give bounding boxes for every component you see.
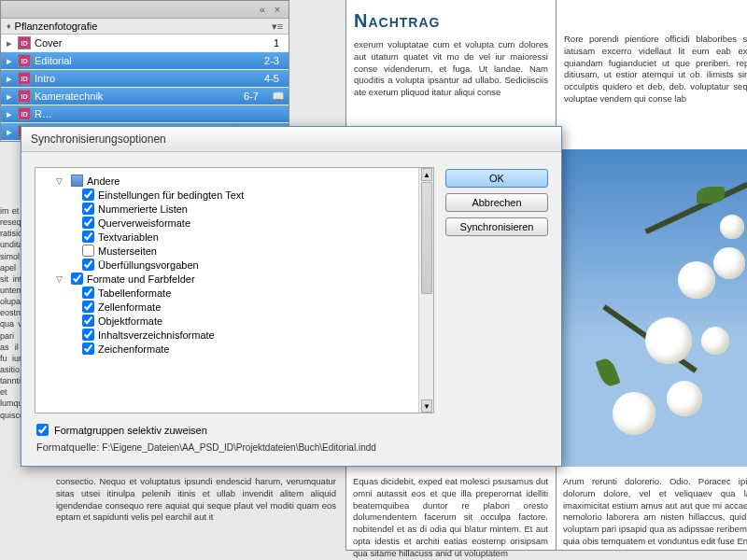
cancel-button[interactable]: Abbrechen (445, 193, 548, 212)
tree-group[interactable]: ▽Andere (39, 174, 430, 188)
sync-options-dialog: Synchronisierungsoptionen ▽AndereEinstel… (21, 126, 562, 467)
item-checkbox[interactable] (82, 315, 94, 327)
scroll-down-icon[interactable]: ▼ (421, 399, 432, 413)
panel-row[interactable]: ▸IDIntro4-5 (1, 70, 289, 88)
page-heading: Nachtrag (346, 0, 556, 39)
panel-header[interactable]: « × (1, 1, 289, 19)
group-checkbox[interactable] (71, 273, 83, 285)
dialog-title: Synchronisierungsoptionen (21, 127, 561, 152)
item-checkbox[interactable] (82, 245, 94, 257)
tree-item-label: Textvariablen (98, 231, 159, 243)
tree-item-label: Nummerierte Listen (98, 203, 188, 215)
panel-list: ▸IDCover1▸IDEditorial2-3▸IDIntro4-5▸IDKa… (1, 35, 289, 141)
selective-assign-label: Formatgruppen selektiv zuweisen (54, 425, 207, 436)
source-path: F:\Eigene_Dateien\AA_PSD_ID\Projektdatei… (102, 442, 376, 453)
chevron-down-icon[interactable]: ▽ (56, 176, 67, 186)
panel-row-label: Cover (35, 37, 244, 49)
panel-title: Pflanzenfotografie (15, 21, 98, 32)
tree-group-label: Andere (87, 175, 120, 187)
tree-item[interactable]: Einstellungen für bedingten Text (39, 188, 430, 202)
body-text-bottom-right: Arum rerunti dolorerio. Odio. Poracec ip… (556, 476, 747, 560)
indesign-doc-icon: ID (18, 54, 31, 67)
item-checkbox[interactable] (82, 217, 94, 229)
disclosure-icon: ▸ (5, 91, 14, 103)
tree-item-label: Querverweisformate (98, 217, 190, 229)
indesign-doc-icon: ID (18, 90, 31, 103)
item-checkbox[interactable] (82, 329, 94, 341)
tree-item-label: Musterseiten (98, 245, 157, 257)
panel-title-row[interactable]: ♦ Pflanzenfotografie ▾≡ (1, 19, 289, 35)
tree-item-label: Tabellenformate (98, 287, 171, 299)
photo-frame (557, 149, 747, 467)
disclosure-icon: ▸ (5, 73, 14, 85)
tree-item-label: Inhaltsverzeichnisformate (98, 329, 215, 341)
tree-group-label: Formate und Farbfelder (87, 273, 195, 285)
panel-row[interactable]: ▸IDCover1 (1, 35, 289, 52)
indesign-doc-icon: ID (18, 107, 31, 120)
item-checkbox[interactable] (82, 301, 94, 313)
disclosure-icon: ▸ (5, 126, 14, 138)
scrollbar[interactable]: ▲ ▼ (418, 168, 433, 413)
tree-item-label: Überfüllungsvorgaben (98, 259, 199, 271)
book-icon: 📖 (272, 91, 285, 103)
item-checkbox[interactable] (82, 259, 94, 271)
tree-item[interactable]: Zellenformate (39, 300, 430, 314)
indesign-doc-icon: ID (18, 72, 31, 85)
tree-item[interactable]: Zeichenformate (39, 342, 430, 356)
panel-row-pages: 4-5 (247, 73, 285, 84)
panel-row-label: R… (35, 108, 244, 119)
disclosure-icon: ▸ (5, 37, 14, 49)
tree-item[interactable]: Musterseiten (39, 244, 430, 258)
body-text-right: Rore porendi pientiore officidi blaborib… (557, 34, 747, 105)
panel-row[interactable]: ▸IDR… (1, 105, 289, 123)
options-tree: ▽AndereEinstellungen für bedingten TextN… (35, 167, 434, 413)
disclosure-icon: ▸ (5, 55, 14, 67)
checkbox-mixed-icon[interactable] (71, 175, 83, 187)
scroll-up-icon[interactable]: ▲ (421, 168, 432, 181)
tree-item[interactable]: Nummerierte Listen (39, 202, 430, 216)
panel-row-label: Kameratechnik (35, 91, 223, 102)
tree-item[interactable]: Überfüllungsvorgaben (39, 258, 430, 272)
selective-assign-checkbox[interactable] (36, 424, 49, 436)
tree-item[interactable]: Tabellenformate (39, 286, 430, 300)
close-icon[interactable]: × (272, 4, 283, 15)
sort-icon: ♦ (7, 21, 11, 31)
item-checkbox[interactable] (82, 287, 94, 299)
panel-row[interactable]: ▸IDEditorial2-3 (1, 52, 289, 70)
body-text-left: exerum voluptatae cum et volupta cum dol… (346, 39, 556, 99)
collapse-icon[interactable]: « (257, 4, 268, 15)
panel-row-label: Editorial (35, 55, 244, 66)
ok-button[interactable]: OK (445, 169, 548, 188)
panel-row-label: Intro (35, 73, 244, 84)
sync-button[interactable]: Synchronisieren (445, 217, 548, 236)
panel-row-pages: 2-3 (247, 55, 285, 66)
body-text-bottom-left: Equas dicidebit, exped eat molesci psusa… (345, 476, 556, 560)
item-checkbox[interactable] (82, 189, 94, 201)
indesign-doc-icon: ID (18, 36, 31, 49)
panel-row-pages: 6-7 (227, 91, 264, 102)
source-label: Formatquelle: (36, 441, 99, 453)
tree-group[interactable]: ▽Formate und Farbfelder (39, 272, 430, 286)
scroll-thumb[interactable] (421, 182, 432, 294)
book-panel: « × ♦ Pflanzenfotografie ▾≡ ▸IDCover1▸ID… (0, 0, 289, 142)
tree-item-label: Einstellungen für bedingten Text (98, 189, 244, 201)
item-checkbox[interactable] (82, 343, 94, 355)
item-checkbox[interactable] (82, 231, 94, 243)
panel-row-pages: 1 (247, 37, 285, 49)
tree-item[interactable]: Inhaltsverzeichnisformate (39, 328, 430, 342)
tree-item[interactable]: Querverweisformate (39, 216, 430, 230)
tree-item-label: Zeichenformate (98, 343, 169, 355)
tree-item-label: Zellenformate (98, 301, 161, 313)
item-checkbox[interactable] (82, 203, 94, 215)
chevron-down-icon[interactable]: ▽ (56, 274, 67, 284)
tree-item-label: Objektformate (98, 315, 162, 327)
panel-menu-icon[interactable]: ▾≡ (272, 21, 283, 32)
disclosure-icon: ▸ (5, 108, 14, 120)
panel-row[interactable]: ▸IDKameratechnik6-7📖 (1, 88, 289, 105)
tree-item[interactable]: Objektformate (39, 314, 430, 328)
tree-item[interactable]: Textvariablen (39, 230, 430, 244)
overflow-text-under: consectio. Nequo et voluptatus ipsundi e… (56, 476, 336, 560)
